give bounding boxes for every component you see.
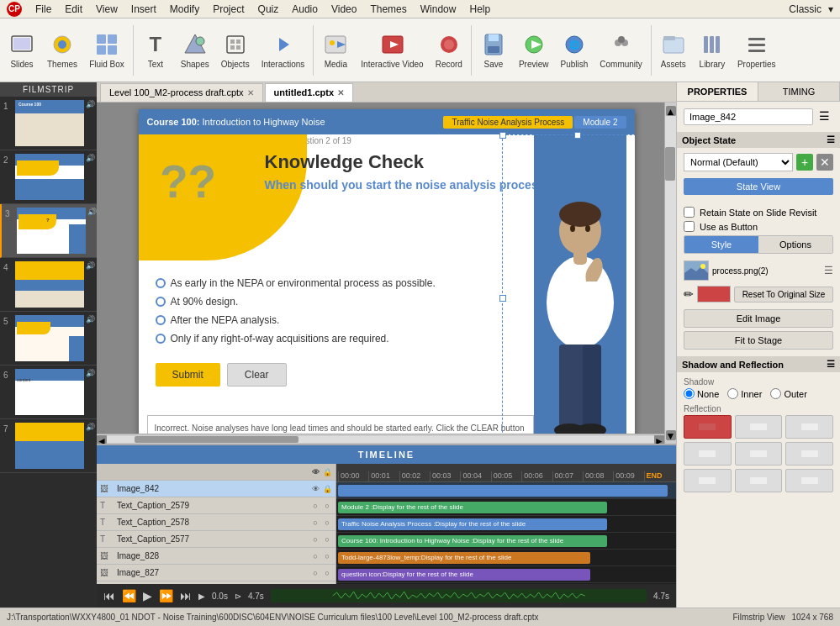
option-1[interactable]: As early in the NEPA or environmental pr… bbox=[156, 277, 436, 289]
menu-modify[interactable]: Modify bbox=[170, 3, 199, 15]
object-menu-icon[interactable]: ☰ bbox=[819, 109, 830, 123]
canvas-scroll[interactable]: ▲ ▼ Course 100: Introduction to Highway … bbox=[97, 103, 676, 444]
shadow-none[interactable]: None bbox=[684, 388, 719, 399]
play-btn[interactable]: ▶ bbox=[143, 589, 152, 602]
option-2[interactable]: At 90% design. bbox=[156, 296, 436, 308]
toolbar-slides[interactable]: Slides bbox=[3, 28, 40, 72]
toolbar-properties[interactable]: Properties bbox=[732, 28, 781, 72]
reset-original-size-btn[interactable]: Reset To Original Size bbox=[734, 287, 833, 302]
scrollbar-track[interactable] bbox=[665, 116, 676, 430]
shadow-reflection-header[interactable]: Shadow and Reflection ☰ bbox=[677, 356, 840, 372]
toolbar-text[interactable]: T Text bbox=[137, 28, 174, 72]
fit-to-stage-btn[interactable]: Fit to Stage bbox=[684, 331, 833, 350]
segment-caption2577[interactable]: Course 100: Introduction to Highway Nois… bbox=[338, 535, 607, 547]
menu-view[interactable]: View bbox=[96, 3, 118, 15]
segment-row-image842[interactable] bbox=[336, 482, 676, 499]
submit-button[interactable]: Submit bbox=[156, 363, 220, 387]
toolbar-interactions[interactable]: Interactions bbox=[256, 28, 310, 72]
options-tab[interactable]: Options bbox=[758, 236, 832, 253]
color-swatch[interactable] bbox=[697, 286, 731, 302]
slide-thumb-3[interactable]: 3 ? 🔊 bbox=[0, 204, 97, 258]
reflection-cell-6[interactable] bbox=[785, 442, 833, 466]
tab-1[interactable]: Level 100_M2-process draft.cptx ✕ bbox=[100, 83, 263, 102]
track-lock-caption2578[interactable]: ○ bbox=[322, 518, 332, 528]
reflection-cell-1[interactable] bbox=[684, 415, 732, 439]
reflection-cell-5[interactable] bbox=[735, 442, 783, 466]
track-row-image827[interactable]: 🖼 Image_827 ○ ○ bbox=[97, 565, 335, 581]
toolbar-library[interactable]: Library bbox=[694, 28, 731, 72]
toolbar-community[interactable]: Community bbox=[594, 28, 647, 72]
option-radio-4[interactable] bbox=[156, 334, 166, 344]
state-select[interactable]: Normal (Default) bbox=[684, 153, 793, 171]
mode-dropdown-icon[interactable]: ▾ bbox=[828, 3, 833, 15]
track-lock-image842[interactable]: 🔒 bbox=[322, 484, 332, 494]
reflection-cell-2[interactable] bbox=[735, 415, 783, 439]
track-lock-caption2577[interactable]: ○ bbox=[322, 534, 332, 544]
option-radio-2[interactable] bbox=[156, 297, 166, 307]
horizontal-scrollbar[interactable]: ◄ ► bbox=[97, 434, 664, 444]
option-4[interactable]: Only if any right-of-way acquisitions ar… bbox=[156, 333, 436, 345]
resize-handle-ml[interactable] bbox=[499, 295, 506, 302]
slide-thumb-1[interactable]: 1 Course 100 🔊 bbox=[0, 97, 97, 150]
state-add-btn[interactable]: + bbox=[796, 154, 813, 171]
segment-image842[interactable] bbox=[338, 485, 668, 497]
play-prev-btn[interactable]: ⏪ bbox=[122, 589, 136, 602]
track-row-caption2579[interactable]: T Text_Caption_2579 ○ ○ bbox=[97, 497, 335, 514]
toolbar-interactive-video[interactable]: Interactive Video bbox=[356, 28, 428, 72]
toolbar-fluid-box[interactable]: Fluid Box bbox=[84, 28, 129, 72]
option-radio-1[interactable] bbox=[156, 278, 166, 288]
slide-tab-module2[interactable]: Module 2 bbox=[574, 116, 626, 129]
track-eye-image842[interactable]: 👁 bbox=[310, 484, 320, 494]
track-row-caption2578[interactable]: T Text_Caption_2578 ○ ○ bbox=[97, 514, 335, 531]
segment-row-image827[interactable]: question icon:Display for the rest of th… bbox=[336, 566, 676, 583]
object-name-input[interactable] bbox=[684, 108, 813, 125]
toolbar-shapes[interactable]: Shapes bbox=[176, 28, 214, 72]
slide-thumb-7[interactable]: 7 🔊 bbox=[0, 419, 97, 473]
track-eye-image827[interactable]: ○ bbox=[310, 568, 320, 578]
menu-project[interactable]: Project bbox=[213, 3, 244, 15]
state-del-btn[interactable]: ✕ bbox=[816, 154, 833, 171]
menu-quiz[interactable]: Quiz bbox=[258, 3, 279, 15]
vertical-scrollbar[interactable]: ▲ ▼ bbox=[664, 103, 676, 444]
slide-thumb-5[interactable]: 5 🔊 bbox=[0, 312, 97, 366]
pencil-icon[interactable]: ✏ bbox=[684, 287, 694, 301]
tab-2[interactable]: untitled1.cptx ✕ bbox=[265, 83, 354, 102]
track-lock-image828[interactable]: ○ bbox=[322, 551, 332, 561]
mode-label[interactable]: Classic bbox=[789, 3, 822, 15]
tab-2-close[interactable]: ✕ bbox=[337, 88, 344, 97]
toolbar-media[interactable]: Media bbox=[317, 28, 354, 72]
scrollbar-up-btn[interactable]: ▲ bbox=[666, 106, 676, 116]
track-eye-caption2579[interactable]: ○ bbox=[310, 501, 320, 511]
scrollbar-h-track[interactable] bbox=[107, 436, 654, 443]
menu-audio[interactable]: Audio bbox=[292, 3, 318, 15]
use-as-button-checkbox[interactable] bbox=[684, 221, 695, 232]
slide-tab-traffic[interactable]: Traffic Noise Analysis Process bbox=[443, 116, 573, 129]
shadow-outer[interactable]: Outer bbox=[770, 388, 807, 399]
option-radio-3[interactable] bbox=[156, 315, 166, 325]
segment-caption2579[interactable]: Module 2 :Display for the rest of the sl… bbox=[338, 502, 607, 513]
toolbar-objects[interactable]: Objects bbox=[216, 28, 255, 72]
menu-window[interactable]: Window bbox=[420, 3, 457, 15]
segment-image827[interactable]: question icon:Display for the rest of th… bbox=[338, 569, 590, 581]
segment-row-image828[interactable]: Todd-large-4873low_temp:Display for the … bbox=[336, 550, 676, 566]
track-row-image828[interactable]: 🖼 Image_828 ○ ○ bbox=[97, 548, 335, 565]
reflection-cell-9[interactable] bbox=[785, 469, 833, 492]
object-state-header[interactable]: Object State ☰ bbox=[677, 132, 840, 148]
reflection-cell-3[interactable] bbox=[785, 415, 833, 439]
track-lock-image827[interactable]: ○ bbox=[322, 568, 332, 578]
play-end-btn[interactable]: ⏭ bbox=[180, 589, 192, 602]
track-lock-icon[interactable]: 🔒 bbox=[322, 467, 332, 477]
slide-thumb-4[interactable]: 4 🔊 bbox=[0, 258, 97, 312]
play-next-btn[interactable]: ⏩ bbox=[159, 589, 173, 602]
track-eye-image828[interactable]: ○ bbox=[310, 551, 320, 561]
menu-video[interactable]: Video bbox=[331, 3, 357, 15]
segment-row-caption2578[interactable]: Traffic Noise Analysis Process :Display … bbox=[336, 516, 676, 533]
menu-edit[interactable]: Edit bbox=[65, 3, 82, 15]
toolbar-assets[interactable]: Assets bbox=[655, 28, 692, 72]
menu-file[interactable]: File bbox=[35, 3, 51, 15]
shadow-none-radio[interactable] bbox=[684, 388, 695, 399]
scrollbar-thumb[interactable] bbox=[665, 147, 675, 181]
scrollbar-down-btn[interactable]: ▼ bbox=[666, 430, 676, 440]
state-view-btn[interactable]: State View bbox=[684, 178, 833, 195]
props-tab-timing[interactable]: TIMING bbox=[758, 82, 840, 101]
